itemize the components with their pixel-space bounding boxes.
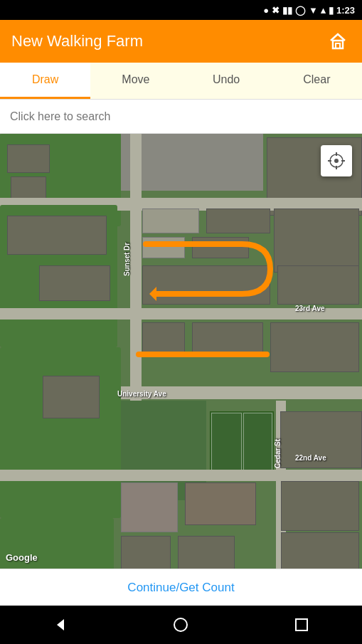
vibrate-icon: ▮▮ (282, 5, 292, 16)
tab-bar: Draw Move Undo Clear (0, 63, 362, 100)
bluetooth-icon: ✖ (272, 5, 280, 16)
time: 1:23 (336, 5, 355, 16)
location-button[interactable] (321, 145, 352, 176)
building (206, 208, 270, 233)
building (43, 376, 100, 418)
svg-rect-11 (296, 619, 307, 630)
recents-icon (294, 617, 309, 633)
sunset-dr-label: Sunset Dr (123, 243, 131, 276)
campus-building (121, 482, 178, 532)
building (277, 265, 359, 305)
continue-button[interactable]: Continue/Get Count (127, 581, 234, 595)
svg-point-10 (174, 618, 187, 631)
battery-icon: ▮ (329, 5, 334, 16)
location-icon (327, 152, 346, 170)
building (274, 208, 359, 273)
home-nav-icon (173, 617, 188, 633)
search-input[interactable] (10, 110, 352, 123)
search-bar[interactable] (0, 100, 362, 134)
recents-button[interactable] (287, 611, 316, 639)
alarm-icon: ◯ (295, 5, 306, 16)
wifi-icon: ▴ (321, 5, 326, 16)
map-container[interactable]: Sunset Dr University Ave 23rd Ave 22nd A… (0, 134, 362, 569)
status-bar: ● ✖ ▮▮ ◯ ▼ ▴ ▮ 1:23 (0, 0, 362, 20)
location-icon: ● (263, 5, 269, 16)
tab-undo[interactable]: Undo (181, 63, 272, 99)
campus-building (185, 482, 256, 525)
building (142, 208, 199, 233)
building (7, 216, 107, 255)
signal-icon: ▼ (309, 5, 318, 16)
system-nav-bar (0, 606, 362, 644)
building (121, 536, 171, 569)
svg-point-8 (334, 159, 339, 163)
22nd-ave-label: 22nd Ave (295, 454, 326, 462)
building (192, 322, 263, 354)
back-icon (53, 617, 68, 633)
road-22nd (0, 470, 362, 481)
home-nav-button[interactable] (166, 611, 195, 639)
tab-clear[interactable]: Clear (272, 63, 362, 99)
building (281, 481, 359, 531)
tennis-court (243, 413, 272, 474)
building (142, 237, 185, 258)
svg-marker-9 (57, 619, 64, 630)
cedar-st-label: Cedar St (274, 439, 282, 468)
back-button[interactable] (46, 611, 75, 639)
map-background: Sunset Dr University Ave 23rd Ave 22nd A… (0, 134, 362, 569)
university-ave-label: University Ave (117, 390, 166, 398)
status-icons: ● ✖ ▮▮ ◯ ▼ ▴ ▮ 1:23 (263, 5, 355, 16)
bottom-bar: Continue/Get Count (0, 569, 362, 606)
building (142, 265, 270, 305)
road (130, 134, 142, 411)
park-area (0, 347, 121, 518)
home-button[interactable] (325, 28, 351, 54)
building (178, 536, 235, 569)
building (142, 322, 185, 354)
parking-lot (121, 134, 263, 191)
svg-rect-0 (333, 41, 343, 48)
home-icon (328, 31, 348, 51)
google-watermark: Google (6, 552, 38, 563)
building (192, 237, 249, 258)
building (39, 265, 110, 301)
building (270, 322, 359, 372)
tab-draw[interactable]: Draw (0, 63, 90, 99)
building (281, 532, 359, 569)
app-header: New Walking Farm (0, 20, 362, 63)
23rd-ave-label: 23rd Ave (295, 305, 325, 312)
building (7, 144, 50, 173)
app-title: New Walking Farm (11, 32, 143, 51)
tennis-court (211, 413, 242, 474)
tab-move[interactable]: Move (90, 63, 181, 99)
